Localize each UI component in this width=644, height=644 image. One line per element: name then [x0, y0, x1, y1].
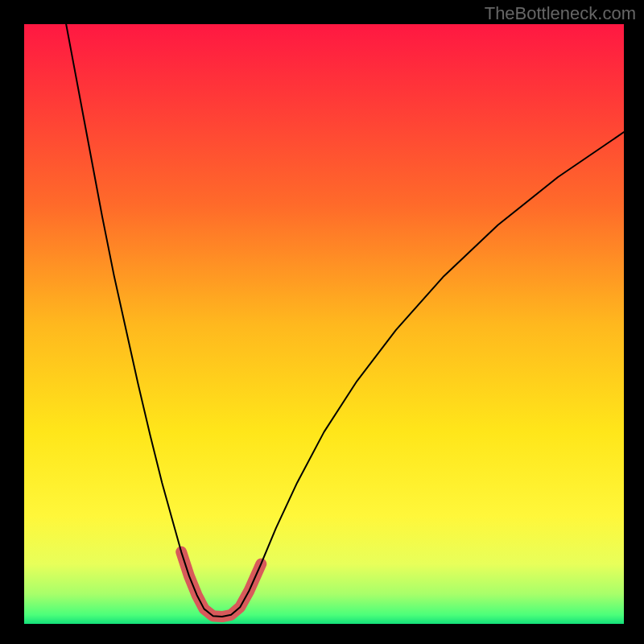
plot-svg [24, 24, 624, 624]
chart-outer-frame: TheBottleneck.com [0, 0, 644, 644]
watermark-label: TheBottleneck.com [485, 3, 636, 24]
plot-area [24, 24, 624, 624]
gradient-background [24, 24, 624, 624]
